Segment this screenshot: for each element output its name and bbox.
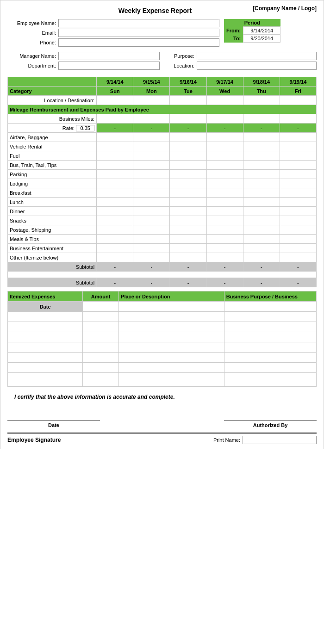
table-row-lodging: Lodging (8, 179, 317, 188)
authorized-sig-label: Authorized By (224, 422, 317, 428)
period-section: Period From: 9/14/2014 To: 9/20/2014 (224, 19, 317, 48)
page-title: Weekly Expense Report (77, 5, 233, 14)
airfare-5[interactable] (243, 133, 280, 142)
cat-label-lodging: Lodging (8, 179, 97, 188)
location-label: Location: (164, 63, 197, 68)
manager-row: Manager Name: (7, 52, 160, 60)
cat-label-lunch: Lunch (8, 198, 97, 207)
employee-name-input[interactable] (58, 19, 219, 27)
subtotal-1-3: - (170, 262, 206, 272)
purpose-input[interactable] (197, 52, 317, 60)
signature-section: Date Authorized By (7, 412, 317, 428)
miles-cell-6[interactable] (280, 114, 316, 124)
loc-cell-2[interactable] (133, 96, 170, 105)
business-miles-label: Business Miles: (8, 114, 97, 124)
miles-cell-4[interactable] (206, 114, 243, 124)
day-col-5: Thu (243, 87, 280, 96)
from-label: From: (224, 27, 243, 35)
table-row-airfare: Airfare, Baggage (8, 133, 317, 142)
certification-text: I certify that the above information is … (14, 394, 317, 400)
airfare-1[interactable] (97, 133, 133, 142)
date-col-4: 9/17/14 (206, 77, 243, 87)
miles-cell-2[interactable] (133, 114, 170, 124)
cat-label-airfare: Airfare, Baggage (8, 133, 97, 142)
table-row-fuel: Fuel (8, 151, 317, 161)
manager-label: Manager Name: (7, 53, 58, 59)
list-item-last (8, 373, 317, 387)
rate-calc-3: - (170, 124, 206, 133)
subtotal-2-2: - (133, 278, 170, 287)
date-header-row: 9/14/14 9/15/14 9/16/14 9/17/14 9/18/14 … (8, 77, 317, 87)
day-header-row: Category Sun Mon Tue Wed Thu Fri (8, 87, 317, 96)
loc-cell-5[interactable] (243, 96, 280, 105)
subtotal-2-1: - (97, 278, 133, 287)
date-sig-line[interactable] (7, 412, 100, 421)
subtotal-label-1: Subtotal (8, 262, 97, 272)
table-row-snacks: Snacks (8, 216, 317, 225)
location-dest-label: Location / Destination: (8, 96, 97, 105)
authorized-sig-block: Authorized By (224, 412, 317, 428)
subtotal-row-2: Subtotal - - - - - - (8, 278, 317, 287)
to-label: To: (224, 35, 243, 43)
date-col-2: 9/15/14 (133, 77, 170, 87)
email-input[interactable] (58, 29, 219, 37)
list-item (8, 312, 317, 322)
airfare-4[interactable] (206, 133, 243, 142)
table-row-meals: Meals & Tips (8, 235, 317, 244)
miles-cell-1[interactable] (97, 114, 133, 124)
category-col-header (8, 77, 97, 87)
phone-input[interactable] (58, 38, 219, 47)
day-col-2: Mon (133, 87, 170, 96)
business-miles-row: Business Miles: (8, 114, 317, 124)
phone-row: Phone: (7, 38, 219, 47)
airfare-3[interactable] (170, 133, 206, 142)
subtotal-1-1: - (97, 262, 133, 272)
header: Weekly Expense Report [Company Name / Lo… (7, 5, 317, 14)
company-name: [Company Name / Logo] (233, 5, 317, 12)
rate-label: Rate: 0.35 (8, 124, 97, 133)
cat-label-parking: Parking (8, 170, 97, 179)
rate-row: Rate: 0.35 - - - - - - (8, 124, 317, 133)
department-row: Department: (7, 62, 160, 70)
day-col-6: Fri (280, 87, 316, 96)
miles-cell-3[interactable] (170, 114, 206, 124)
phone-label: Phone: (7, 40, 58, 45)
rate-input[interactable]: 0.35 (76, 125, 94, 131)
subtotal-label-2: Subtotal (8, 278, 97, 287)
spacer-row (8, 272, 317, 278)
loc-cell-4[interactable] (206, 96, 243, 105)
date-sig-block: Date (7, 412, 100, 428)
cat-label-bus: Bus, Train, Taxi, Tips (8, 161, 97, 170)
business-col-header: Business Purpose / Business (224, 291, 316, 302)
rate-calc-2: - (133, 124, 170, 133)
table-row-lunch: Lunch (8, 198, 317, 207)
table-row-parking: Parking (8, 170, 317, 179)
employee-signature-section: Employee Signature Print Name: (7, 433, 317, 444)
date-col-header: Date (8, 302, 83, 312)
manager-input[interactable] (58, 52, 160, 60)
loc-cell-3[interactable] (170, 96, 206, 105)
list-item (8, 322, 317, 332)
list-item (8, 353, 317, 363)
location-input[interactable] (197, 62, 317, 70)
department-input[interactable] (58, 62, 160, 70)
email-row: Email: (7, 29, 219, 37)
period-header: Period (224, 19, 280, 27)
purpose-section: Purpose: Location: (164, 52, 317, 71)
location-row: Location: (164, 62, 317, 70)
loc-cell-1[interactable] (97, 96, 133, 105)
to-value: 9/20/2014 (243, 35, 280, 43)
print-name-input[interactable] (243, 436, 317, 444)
itemized-date-header: Date (8, 302, 317, 312)
airfare-6[interactable] (280, 133, 316, 142)
cat-label-other: Other (Itemize below) (8, 253, 97, 262)
email-label: Email: (7, 30, 58, 36)
miles-cell-5[interactable] (243, 114, 280, 124)
print-name-label: Print Name: (213, 437, 240, 443)
mileage-section-label: Mileage Reimbursement and Expenses Paid … (8, 105, 317, 114)
cat-label-postage: Postage, Shipping (8, 225, 97, 235)
airfare-2[interactable] (133, 133, 170, 142)
authorized-sig-line[interactable] (224, 412, 317, 421)
loc-cell-6[interactable] (280, 96, 316, 105)
employee-name-label: Employee Name: (7, 20, 58, 26)
